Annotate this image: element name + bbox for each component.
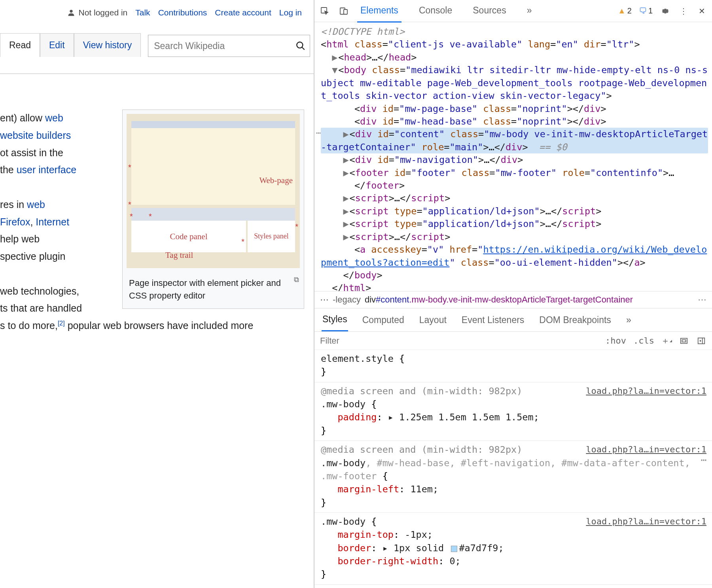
search-icon[interactable] [292,37,310,55]
search-input[interactable] [148,41,292,51]
cls-toggle[interactable]: .cls [633,336,654,346]
link-user-interface[interactable]: user interface [17,164,76,175]
tab-dom-breakpoints[interactable]: DOM Breakpoints [538,309,612,331]
source-link[interactable]: load.php?la…in=vector:1 [586,443,706,456]
link-internet[interactable]: Internet [36,216,69,227]
color-swatch[interactable] [451,546,457,552]
styles-filter-input[interactable] [314,336,600,346]
tab-event-listeners[interactable]: Event Listeners [461,309,525,331]
source-link[interactable]: load.php?la…in=vector:1 [586,515,706,527]
tab-console[interactable]: Console [416,0,455,23]
source-link[interactable]: load.php?la…in=vector:1 [586,385,706,397]
css-rules[interactable]: element.style {}load.php?la…in=vector:1@… [314,350,712,588]
thumbnail-figure: Web-page Code panel Styles panel Tag tra… [122,110,304,309]
close-icon[interactable]: ✕ [696,6,707,17]
contributions-link[interactable]: Contributions [158,8,207,17]
fig-label-styles: Styles panel [254,230,289,243]
link-web[interactable]: web [45,112,63,123]
svg-rect-6 [681,338,687,343]
link-firefox[interactable]: Firefox [0,216,30,227]
more-actions-icon[interactable]: ⋯ [316,128,321,139]
crumbs-more-icon[interactable]: ⋯ [698,295,706,305]
svg-point-0 [70,10,72,13]
styles-tabs-overflow-icon[interactable]: » [625,309,632,331]
settings-icon[interactable] [660,6,671,17]
tab-computed[interactable]: Computed [362,309,405,331]
styles-tabs: Styles Computed Layout Event Listeners D… [314,308,712,332]
login-link[interactable]: Log in [279,8,302,17]
rule-more-icon[interactable]: ⋯ [701,454,706,467]
tab-sources[interactable]: Sources [470,0,509,23]
wikipedia-page: Not logged in Talk Contributions Create … [0,0,314,588]
styles-filter-row: :hov .cls ＋◢ [314,332,712,350]
warnings-badge[interactable]: ▲2 [618,6,632,15]
svg-rect-7 [682,340,685,342]
svg-line-2 [302,47,305,50]
fig-label-tag: Tag trail [165,248,193,263]
fig-label-webpage: Web-page [259,173,293,188]
link-website-builders[interactable]: website builders [0,130,71,141]
sidebar-toggle-icon[interactable] [696,336,706,346]
inspect-icon[interactable] [319,6,330,17]
link-web2[interactable]: web [27,199,45,210]
not-logged-label: Not logged in [79,8,128,17]
thumbnail-caption: ⧉ Page inspector with element picker and… [123,272,304,308]
svg-point-1 [297,42,303,48]
talk-link[interactable]: Talk [135,8,150,17]
tab-history[interactable]: View history [74,33,141,57]
user-icon [67,8,76,17]
personal-tools: Not logged in Talk Contributions Create … [0,0,314,21]
devtools-panel: Elements Console Sources » ▲2 🗨1 ⋮ ✕ <!D… [314,0,712,588]
dom-tree[interactable]: <!DOCTYPE html> <html class="client-js v… [314,22,712,291]
search-box [148,35,310,57]
page-tabs: Read Edit View history [0,21,314,57]
new-rule-icon[interactable]: ＋◢ [661,336,672,346]
fig-label-code: Code panel [170,229,207,244]
svg-rect-5 [344,9,347,14]
citation-ref[interactable]: [2] [58,320,65,327]
expand-icon[interactable]: ⧉ [294,274,299,285]
tab-edit[interactable]: Edit [40,33,74,57]
tab-read[interactable]: Read [0,33,40,57]
article-body: Web-page Code panel Styles panel Tag tra… [0,74,314,335]
breadcrumb[interactable]: ⋯ -legacy div#content.mw-body.ve-init-mw… [314,291,712,308]
computed-toggle-icon[interactable] [679,336,689,346]
devtools-toolbar: Elements Console Sources » ▲2 🗨1 ⋮ ✕ [314,0,712,22]
tab-styles[interactable]: Styles [322,308,348,331]
hov-toggle[interactable]: :hov [605,336,626,346]
svg-rect-8 [698,338,705,344]
thumbnail-image[interactable]: Web-page Code panel Styles panel Tag tra… [127,114,300,268]
tab-layout[interactable]: Layout [418,309,447,331]
devtools-tabs: Elements Console Sources » [357,0,610,23]
device-icon[interactable] [338,6,349,17]
crumbs-overflow-icon[interactable]: ⋯ [320,295,329,305]
menu-icon[interactable]: ⋮ [678,6,689,17]
tabs-overflow-icon[interactable]: » [524,0,535,23]
selected-dom-node[interactable]: ⋯ ▶<div id="content" class="mw-body ve-i… [321,128,708,153]
create-account-link[interactable]: Create account [215,8,271,17]
tab-elements[interactable]: Elements [357,0,401,23]
not-logged-in: Not logged in [67,8,128,17]
issues-badge[interactable]: 🗨1 [639,6,653,15]
